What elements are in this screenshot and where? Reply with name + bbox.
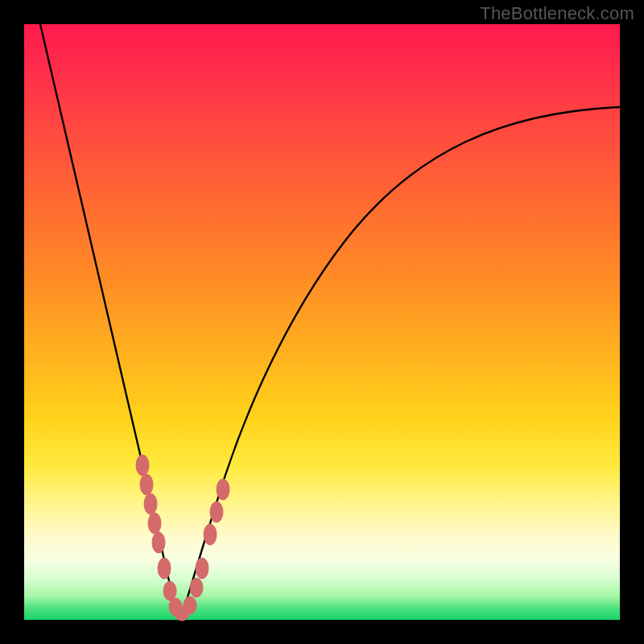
svg-point-3 — [148, 513, 161, 534]
svg-point-5 — [158, 558, 171, 579]
highlight-markers — [136, 455, 229, 621]
svg-point-14 — [217, 479, 229, 500]
watermark-text: TheBottleneck.com — [480, 3, 634, 24]
chart-frame: TheBottleneck.com — [0, 0, 644, 644]
svg-point-2 — [144, 493, 157, 514]
curve-layer — [24, 24, 620, 620]
svg-point-12 — [204, 524, 217, 545]
svg-point-13 — [210, 502, 223, 522]
svg-point-0 — [136, 455, 149, 476]
svg-point-10 — [190, 578, 203, 597]
svg-point-11 — [196, 558, 208, 579]
svg-point-6 — [163, 581, 176, 601]
svg-point-9 — [184, 597, 196, 614]
bottleneck-curve-right — [180, 107, 620, 617]
svg-point-4 — [152, 532, 165, 553]
svg-point-1 — [140, 474, 153, 495]
